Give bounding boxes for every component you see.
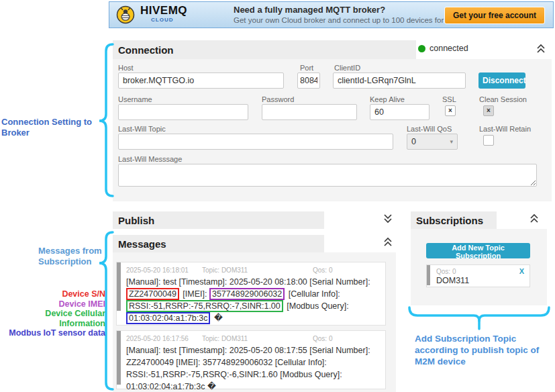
publish-title: Publish (118, 215, 154, 226)
password-label: Password (262, 95, 294, 103)
message-accent-bar (117, 262, 121, 311)
lastwill-message-textarea[interactable] (118, 164, 537, 187)
clientid-label: ClientID (334, 64, 360, 72)
lastwill-message-label: Last-Will Messsage (118, 155, 182, 163)
host-input[interactable] (118, 72, 284, 89)
disconnect-button[interactable]: Disconnect (478, 72, 525, 89)
subscriptions-title: Subscriptions (416, 215, 483, 226)
connection-title: Connection (118, 44, 174, 56)
messages-body: 2025-05-20 16:18:01 Topic: DOM311 Qos: 0… (113, 252, 396, 392)
message-line: ZZ24700049 [IMEI]: 357748929006032 [Cell… (126, 288, 370, 300)
message-qos: Qos: 0 (313, 335, 332, 342)
messages-collapse-icon[interactable] (383, 237, 393, 247)
message-accent-bar (117, 331, 121, 385)
legend-device-imei: Device IMEI (0, 299, 105, 309)
connection-body: Host Port ClientID Disconnect Username P… (113, 59, 552, 201)
banner-headline: Need a fully managed MQTT broker? (234, 5, 385, 15)
bee-icon (116, 5, 135, 24)
imei-highlight: 357748929006032 (209, 288, 285, 300)
lastwill-qos-value: 0 (411, 137, 416, 146)
message-line: 01:03:02:04:a1:7b:3c � (126, 312, 370, 324)
port-label: Port (300, 64, 313, 72)
messages-title: Messages (118, 238, 166, 250)
message-topic: Topic: DOM311 (202, 335, 248, 342)
message-timestamp: 2025-05-20 16:18:01 (126, 266, 189, 274)
lastwill-topic-input[interactable] (118, 134, 393, 150)
legend-device-cellular: Device Cellular Information (0, 309, 105, 328)
clientid-input[interactable] (333, 72, 466, 89)
subscription-topic: DOM311 (436, 276, 469, 285)
subscription-item: Qos: 0 X DOM311 (426, 264, 530, 287)
hivemq-banner: HIVEMQ CLOUD Need a fully managed MQTT b… (109, 1, 554, 28)
message-line: [Manual]: test [Timestamp]: 2025-05-20 0… (126, 276, 370, 288)
port-input[interactable] (297, 72, 320, 89)
connection-header: Connection (113, 40, 416, 59)
subscriptions-body: Add New Topic Subscription Qos: 0 X DOM3… (411, 229, 547, 305)
keepalive-label: Keep Alive (370, 95, 405, 103)
cellular-info-highlight: RSSI:-51,RSRP:-75,RSRQ:-7,SINR:1.00 (126, 300, 283, 312)
subscription-qos: Qos: 0 (436, 268, 456, 275)
messages-header: Messages (113, 235, 324, 252)
clean-session-label: Clean Session (479, 95, 527, 103)
message-topic: Topic: DOM311 (202, 266, 248, 274)
connection-status-text: connected (430, 44, 468, 53)
ssl-label: SSL (442, 95, 456, 103)
banner-subtext: Get your own Cloud broker and connect up… (234, 16, 461, 24)
remove-subscription-icon[interactable]: X (519, 267, 524, 275)
message-line: RSSI:-51,RSRP:-75,RSRQ:-6,SINR:1.60 [Mod… (126, 369, 370, 381)
username-label: Username (118, 95, 152, 103)
message-qos: Qos: 0 (313, 266, 332, 274)
connection-note: Connection Setting to Broker (1, 117, 99, 138)
hivemq-logo-text: HIVEMQ (140, 5, 187, 16)
lastwill-topic-label: Last-Will Topic (118, 125, 166, 133)
host-label: Host (118, 64, 134, 72)
message-card: 2025-05-20 16:18:01 Topic: DOM311 Qos: 0… (116, 262, 386, 326)
message-line: [Manual]: test [Timestamp]: 2025-05-20 0… (126, 344, 370, 356)
annotation-brace-subscription (408, 306, 550, 330)
serial-number-highlight: ZZ24700049 (126, 288, 179, 300)
message-line: RSSI:-51,RSRP:-75,RSRQ:-7,SINR:1.00 [Mod… (126, 300, 370, 312)
legend-modbus-data: Modbus IoT sensor data (0, 328, 105, 338)
message-line: ZZ24700049 [IMEI]: 357748929006032 [Cell… (126, 356, 370, 369)
dropdown-caret-icon: ▾ (450, 138, 453, 145)
lastwill-qos-label: Last-Will QoS (407, 125, 452, 133)
add-subscription-button[interactable]: Add New Topic Subscription (426, 243, 530, 258)
clean-session-checkbox[interactable]: × (483, 105, 494, 116)
lastwill-retain-checkbox[interactable] (483, 135, 494, 146)
connected-status-icon (418, 45, 425, 52)
username-input[interactable] (118, 104, 248, 120)
message-line: 01:03:02:04:a1:7b:3c � (126, 381, 370, 392)
lastwill-qos-select[interactable]: 0 ▾ (407, 134, 458, 150)
keepalive-input[interactable] (370, 104, 430, 120)
legend-device-sn: Device S/N (0, 289, 105, 299)
get-free-account-button[interactable]: Get your free account (444, 7, 545, 24)
subscriptions-header: Subscriptions (411, 211, 497, 229)
modbus-query-highlight: 01:03:02:04:a1:7b:3c (126, 312, 210, 324)
publish-header: Publish (113, 211, 324, 229)
messages-note: Messages from Subscription (38, 246, 105, 267)
annotation-brace-connection (98, 43, 117, 197)
connection-collapse-icon[interactable] (536, 44, 546, 54)
message-card: 2025-05-20 16:17:56 Topic: DOM311 Qos: 0… (116, 330, 386, 389)
password-input[interactable] (262, 104, 357, 120)
ssl-checkbox[interactable]: × (445, 105, 456, 116)
hivemq-cloud-label: CLOUD (151, 17, 173, 23)
message-field-legend: Device S/N Device IMEI Device Cellular I… (0, 289, 105, 338)
lastwill-retain-label: Last-Will Retain (479, 125, 531, 133)
message-timestamp: 2025-05-20 16:17:56 (126, 335, 189, 342)
publish-expand-icon[interactable] (383, 213, 393, 224)
subscription-note: Add Subscription Topic according to publ… (415, 333, 552, 367)
subscription-accent-bar (427, 265, 430, 285)
subscriptions-collapse-icon[interactable] (529, 213, 540, 224)
